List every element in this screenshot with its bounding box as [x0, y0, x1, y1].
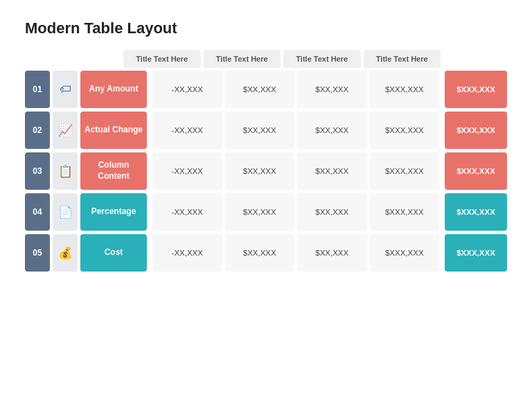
row-number-5: 05 — [25, 234, 50, 272]
cell-r2-c2: $XX,XXX — [297, 152, 367, 190]
col-header-3: Title Text Here — [283, 50, 361, 68]
cell-r0-c2: $XX,XXX — [297, 71, 367, 108]
cell-r1-c2: $XX,XXX — [297, 112, 367, 149]
col-header-2: Title Text Here — [204, 50, 281, 68]
table-row: 05 💰 Cost -XX,XXX$XX,XXX$XX,XXX$XXX,XXX … — [25, 234, 507, 272]
cell-r3-c0: -XX,XXX — [152, 193, 222, 231]
row-label-4: Percentage — [80, 193, 147, 231]
cell-r0-c1: $XX,XXX — [225, 71, 295, 108]
cell-r4-c3: $XXX,XXX — [370, 234, 440, 272]
table-row: 02 📈 Actual Change -XX,XXX$XX,XXX$XX,XXX… — [25, 112, 507, 149]
cell-r3-c1: $XX,XXX — [225, 193, 295, 231]
cell-r4-c1: $XX,XXX — [225, 234, 295, 272]
table-row: 04 📄 Percentage -XX,XXX$XX,XXX$XX,XXX$XX… — [25, 193, 507, 231]
cell-r0-c0: -XX,XXX — [152, 71, 222, 108]
row-number-4: 04 — [25, 193, 50, 231]
table-row: 03 📋 Column Content -XX,XXX$XX,XXX$XX,XX… — [25, 152, 507, 190]
cell-r1-c0: -XX,XXX — [152, 112, 222, 149]
row-icon-1: 🏷 — [53, 71, 78, 108]
cell-r1-c1: $XX,XXX — [225, 112, 295, 149]
row-summary-4: $XXX,XXX — [445, 193, 507, 231]
row-icon-5: 💰 — [53, 234, 78, 272]
row-data-cells-3: -XX,XXX$XX,XXX$XX,XXX$XXX,XXX — [151, 152, 441, 190]
row-number-3: 03 — [25, 152, 50, 190]
cell-r2-c3: $XXX,XXX — [370, 152, 440, 190]
col-header-4: Title Text Here — [364, 50, 441, 68]
row-data-cells-4: -XX,XXX$XX,XXX$XX,XXX$XXX,XXX — [151, 193, 441, 231]
cell-r3-c2: $XX,XXX — [297, 193, 367, 231]
page-title: Modern Table Layout — [25, 19, 507, 37]
row-icon-4: 📄 — [53, 193, 78, 231]
row-data-cells-1: -XX,XXX$XX,XXX$XX,XXX$XXX,XXX — [151, 71, 441, 108]
cell-r2-c1: $XX,XXX — [225, 152, 295, 190]
cell-r4-c2: $XX,XXX — [297, 234, 367, 272]
row-icon-3: 📋 — [53, 152, 78, 190]
row-summary-2: $XXX,XXX — [445, 112, 507, 149]
row-label-5: Cost — [80, 234, 147, 272]
row-label-1: Any Amount — [80, 71, 147, 108]
cell-r0-c3: $XXX,XXX — [370, 71, 440, 108]
col-header-summary — [443, 54, 506, 64]
table-body: 01 🏷 Any Amount -XX,XXX$XX,XXX$XX,XXX$XX… — [25, 71, 507, 272]
row-label-3: Column Content — [80, 152, 147, 190]
row-label-2: Actual Change — [80, 112, 147, 149]
cell-r4-c0: -XX,XXX — [152, 234, 222, 272]
row-data-cells-2: -XX,XXX$XX,XXX$XX,XXX$XXX,XXX — [151, 112, 441, 149]
col-header-1: Title Text Here — [123, 50, 201, 68]
table-header: Title Text Here Title Text Here Title Te… — [122, 50, 507, 68]
row-summary-3: $XXX,XXX — [445, 152, 507, 190]
table-row: 01 🏷 Any Amount -XX,XXX$XX,XXX$XX,XXX$XX… — [25, 71, 507, 108]
row-icon-2: 📈 — [53, 112, 78, 149]
row-summary-1: $XXX,XXX — [445, 71, 507, 108]
cell-r3-c3: $XXX,XXX — [370, 193, 440, 231]
row-data-cells-5: -XX,XXX$XX,XXX$XX,XXX$XXX,XXX — [151, 234, 441, 272]
row-number-2: 02 — [25, 112, 50, 149]
slide: Modern Table Layout Title Text Here Titl… — [0, 0, 532, 399]
row-number-1: 01 — [25, 71, 50, 108]
cell-r1-c3: $XXX,XXX — [370, 112, 440, 149]
row-summary-5: $XXX,XXX — [445, 234, 507, 272]
table-container: Title Text Here Title Text Here Title Te… — [25, 50, 507, 272]
cell-r2-c0: -XX,XXX — [152, 152, 222, 190]
